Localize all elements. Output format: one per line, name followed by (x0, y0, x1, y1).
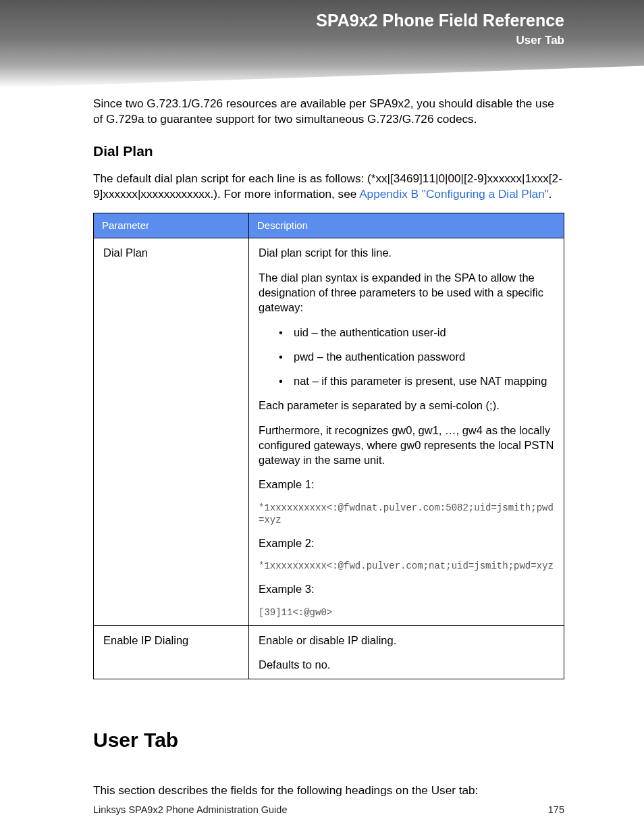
example-label: Example 3: (259, 581, 554, 596)
example-code: [39]11<:@gw0> (259, 606, 554, 619)
example-code: *1xxxxxxxxxx<:@fwd.pulver.com;nat;uid=js… (259, 560, 554, 572)
desc-text: The dial plan syntax is expanded in the … (259, 270, 554, 315)
desc-list: uid – the authentication user-id pwd – t… (259, 325, 554, 389)
table-row: Dial Plan Dial plan script for this line… (94, 238, 564, 625)
page-header: SPA9x2 Phone Field Reference User Tab (0, 0, 644, 88)
dial-plan-heading: Dial Plan (93, 142, 564, 161)
example-label: Example 2: (259, 536, 554, 550)
th-description: Description (249, 213, 564, 238)
desc-text: Furthermore, it recognizes gw0, gw1, …, … (259, 423, 554, 468)
th-parameter: Parameter (94, 213, 249, 238)
desc-text: Each parameter is separated by a semi-co… (259, 398, 554, 413)
desc-text: Enable or disable IP dialing. (259, 633, 554, 648)
param-desc: Enable or disable IP dialing. Defaults t… (249, 625, 564, 679)
param-desc: Dial plan script for this line. The dial… (249, 238, 564, 625)
header-title: SPA9x2 Phone Field Reference (316, 11, 564, 30)
param-name: Dial Plan (94, 238, 249, 625)
list-item: nat – if this parameter is present, use … (279, 373, 554, 388)
dial-plan-paragraph: The default dial plan script for each li… (93, 171, 564, 202)
user-tab-text: This section describes the fields for th… (93, 783, 564, 798)
list-item: pwd – the authentication password (279, 349, 554, 364)
user-tab-heading: User Tab (93, 727, 564, 754)
appendix-link[interactable]: Appendix B "Configuring a Dial Plan" (359, 187, 549, 201)
page-content: Since two G.723.1/G.726 resources are av… (0, 88, 644, 798)
footer-page-number: 175 (548, 804, 564, 815)
footer-left: Linksys SPA9x2 Phone Administration Guid… (93, 804, 287, 815)
param-name: Enable IP Dialing (94, 625, 249, 679)
table-row: Enable IP Dialing Enable or disable IP d… (94, 625, 564, 679)
example-code: *1xxxxxxxxxx<:@fwdnat.pulver.com:5082;ui… (259, 502, 554, 526)
desc-text: Defaults to no. (259, 657, 554, 672)
list-item: uid – the authentication user-id (279, 325, 554, 340)
dial-plan-text-after: . (549, 187, 552, 201)
intro-paragraph: Since two G.723.1/G.726 resources are av… (93, 96, 564, 127)
parameter-table: Parameter Description Dial Plan Dial pla… (93, 213, 564, 679)
desc-text: Dial plan script for this line. (259, 245, 554, 260)
page-footer: Linksys SPA9x2 Phone Administration Guid… (93, 804, 564, 815)
header-subtitle: User Tab (516, 34, 565, 47)
example-label: Example 1: (259, 477, 554, 492)
